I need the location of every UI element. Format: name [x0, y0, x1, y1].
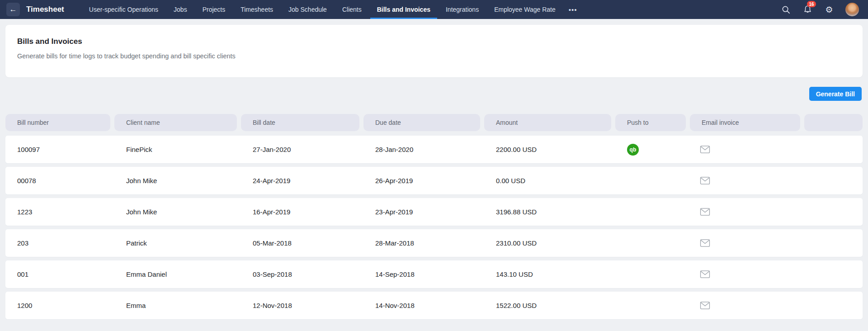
- cell-client-name: John Mike: [114, 177, 241, 184]
- cell-bill-date: 03-Sep-2018: [241, 270, 363, 278]
- column-header-bill-number[interactable]: Bill number: [5, 114, 110, 131]
- cell-email-invoice: [690, 145, 804, 154]
- tab-employee-wage-rate[interactable]: Employee Wage Rate: [487, 0, 562, 19]
- cell-email-invoice: [690, 176, 804, 185]
- tab-clients[interactable]: Clients: [335, 0, 368, 19]
- column-header-due-date[interactable]: Due date: [363, 114, 480, 131]
- cell-bill-date: 12-Nov-2018: [241, 302, 363, 309]
- app-title: Timesheet: [26, 5, 64, 14]
- table-row[interactable]: 203 Patrick 05-Mar-2018 28-Mar-2018 2310…: [5, 229, 863, 257]
- cell-client-name: John Mike: [114, 208, 241, 216]
- table-header-row: Bill number Client name Bill date Due da…: [5, 114, 863, 131]
- envelope-icon[interactable]: [700, 270, 710, 279]
- settings-button[interactable]: ⚙: [824, 4, 835, 15]
- column-header-push-to[interactable]: Push to: [615, 114, 686, 131]
- cell-due-date: 28-Jan-2020: [363, 146, 484, 153]
- cell-due-date: 28-Mar-2018: [363, 239, 484, 247]
- cell-client-name: FinePick: [114, 146, 241, 153]
- column-header-actions[interactable]: [804, 114, 863, 131]
- notifications-button[interactable]: 16: [802, 4, 813, 15]
- cell-client-name: Emma Daniel: [114, 270, 241, 278]
- cell-due-date: 14-Sep-2018: [363, 270, 484, 278]
- page-subtitle: Generate bills for time logs to track bu…: [17, 52, 851, 60]
- generate-bill-button[interactable]: Generate Bill: [809, 87, 862, 101]
- more-tabs-button[interactable]: •••: [564, 0, 582, 19]
- cell-amount: 1522.00 USD: [484, 302, 615, 309]
- tab-integrations[interactable]: Integrations: [439, 0, 486, 19]
- tab-user-specific-operations[interactable]: User-specific Operations: [82, 0, 165, 19]
- cell-due-date: 14-Nov-2018: [363, 302, 484, 309]
- search-button[interactable]: [780, 4, 791, 15]
- cell-due-date: 26-Apr-2019: [363, 177, 484, 184]
- navbar-left: ← Timesheet: [0, 0, 82, 19]
- table-row[interactable]: 00078 John Mike 24-Apr-2019 26-Apr-2019 …: [5, 167, 863, 194]
- gear-icon: ⚙: [825, 5, 833, 14]
- tab-projects[interactable]: Projects: [196, 0, 232, 19]
- cell-amount: 0.00 USD: [484, 177, 615, 184]
- cell-amount: 2200.00 USD: [484, 146, 615, 153]
- cell-bill-number: 1200: [5, 302, 114, 309]
- quickbooks-icon[interactable]: qb: [627, 144, 639, 156]
- cell-amount: 2310.00 USD: [484, 239, 615, 247]
- cell-push-to: qb: [615, 144, 690, 156]
- column-header-client-name[interactable]: Client name: [114, 114, 237, 131]
- cell-bill-number: 203: [5, 239, 114, 247]
- envelope-icon[interactable]: [700, 301, 710, 310]
- cell-email-invoice: [690, 270, 804, 279]
- envelope-icon[interactable]: [700, 239, 710, 247]
- table-row[interactable]: 001 Emma Daniel 03-Sep-2018 14-Sep-2018 …: [5, 260, 863, 288]
- search-icon: [782, 5, 790, 14]
- column-header-bill-date[interactable]: Bill date: [241, 114, 359, 131]
- cell-email-invoice: [690, 208, 804, 216]
- column-header-email-invoice[interactable]: Email invoice: [690, 114, 800, 131]
- tab-jobs[interactable]: Jobs: [167, 0, 194, 19]
- tab-bills-and-invoices[interactable]: Bills and Invoices: [370, 0, 437, 19]
- cell-client-name: Emma: [114, 302, 241, 309]
- tab-job-schedule[interactable]: Job Schedule: [282, 0, 334, 19]
- table-row[interactable]: 100097 FinePick 27-Jan-2020 28-Jan-2020 …: [5, 136, 863, 163]
- cell-due-date: 23-Apr-2019: [363, 208, 484, 216]
- column-header-amount[interactable]: Amount: [484, 114, 611, 131]
- envelope-icon[interactable]: [700, 176, 710, 185]
- cell-email-invoice: [690, 239, 804, 247]
- arrow-left-icon: ←: [9, 5, 17, 14]
- toolbar: Generate Bill: [5, 87, 862, 101]
- navbar-right: 16 ⚙: [780, 0, 868, 19]
- notification-count-badge: 16: [807, 1, 816, 7]
- cell-bill-number: 001: [5, 270, 114, 278]
- cell-email-invoice: [690, 301, 804, 310]
- page-header-card: Bills and Invoices Generate bills for ti…: [5, 25, 863, 77]
- cell-client-name: Patrick: [114, 239, 241, 247]
- page-title: Bills and Invoices: [17, 37, 851, 46]
- user-avatar[interactable]: [845, 3, 859, 16]
- cell-bill-number: 100097: [5, 146, 114, 153]
- table-row[interactable]: 1200 Emma 12-Nov-2018 14-Nov-2018 1522.0…: [5, 292, 863, 319]
- cell-bill-date: 05-Mar-2018: [241, 239, 363, 247]
- cell-amount: 143.10 USD: [484, 270, 615, 278]
- back-button[interactable]: ←: [6, 3, 20, 16]
- envelope-icon[interactable]: [700, 208, 710, 216]
- cell-bill-date: 24-Apr-2019: [241, 177, 363, 184]
- page-content: Bills and Invoices Generate bills for ti…: [0, 19, 868, 319]
- cell-bill-date: 16-Apr-2019: [241, 208, 363, 216]
- cell-bill-number: 1223: [5, 208, 114, 216]
- nav-tabs: User-specific Operations Jobs Projects T…: [82, 0, 582, 19]
- table-row[interactable]: 1223 John Mike 16-Apr-2019 23-Apr-2019 3…: [5, 198, 863, 226]
- top-navbar: ← Timesheet User-specific Operations Job…: [0, 0, 868, 19]
- tab-timesheets[interactable]: Timesheets: [234, 0, 280, 19]
- cell-bill-date: 27-Jan-2020: [241, 146, 363, 153]
- cell-bill-number: 00078: [5, 177, 114, 184]
- envelope-icon[interactable]: [700, 145, 710, 154]
- cell-amount: 3196.88 USD: [484, 208, 615, 216]
